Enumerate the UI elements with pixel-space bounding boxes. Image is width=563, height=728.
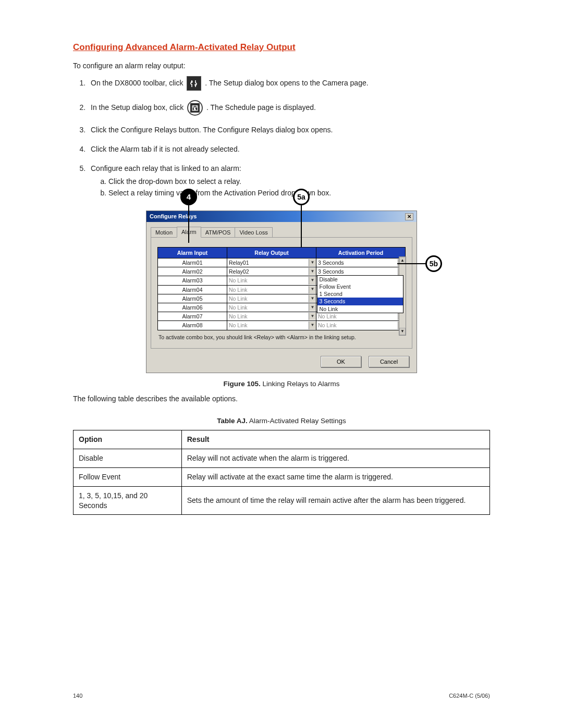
col-alarm-input: Alarm Input <box>158 247 227 258</box>
res-cell: Relay will not activate when the alarm i… <box>181 449 489 467</box>
activation-period-value: No Link <box>316 313 398 320</box>
figure-105: 4 5a 5b Configure Relays ✕ Motion Alarm … <box>146 211 417 373</box>
dropdown-option[interactable]: No Link <box>317 305 403 313</box>
alarm-input-cell: Alarm04 <box>158 285 227 294</box>
relay-output-combo[interactable]: No Link▼ <box>227 304 316 311</box>
alarm-input-cell: Alarm07 <box>158 312 227 321</box>
alarm-input-cell: Alarm08 <box>158 321 227 330</box>
steps-list: On the DX8000 toolbar, click . The Setup… <box>73 76 490 198</box>
activation-period-combo[interactable]: No Link▼ <box>316 313 405 320</box>
figure-caption: Figure 105. Linking Relays to Alarms <box>73 379 490 389</box>
opt-cell: 1, 3, 5, 10,15, and 20 Seconds <box>74 486 182 515</box>
activation-period-value: 3 Seconds <box>316 259 398 266</box>
options-table: Option Result Disable Relay will not act… <box>73 430 490 515</box>
table-row: Alarm01Relay01▼3 Seconds▼ <box>158 258 406 267</box>
close-icon[interactable]: ✕ <box>405 213 413 220</box>
relay-output-combo[interactable]: Relay02▼ <box>227 268 316 275</box>
page-heading: Configuring Advanced Alarm-Activated Rel… <box>73 42 490 54</box>
step-2-text-b: . The Schedule page is displayed. <box>206 103 316 112</box>
leader-4 <box>188 205 189 243</box>
relay-output-combo[interactable]: No Link▼ <box>227 286 316 293</box>
dropdown-option[interactable]: Disable <box>317 276 403 283</box>
alarm-input-cell: Alarm03 <box>158 276 227 285</box>
alarm-input-cell: Alarm02 <box>158 267 227 276</box>
relay-output-combo[interactable]: Relay01▼ <box>227 259 316 266</box>
leader-5b <box>397 263 426 264</box>
svg-point-1 <box>195 84 196 85</box>
activation-period-combo[interactable]: 3 Seconds▼ <box>316 259 405 266</box>
alarm-input-cell: Alarm05 <box>158 294 227 303</box>
callout-4: 4 <box>180 189 197 205</box>
dialog-hint: To activate combo box, you should link <… <box>157 330 406 342</box>
ok-button[interactable]: OK <box>321 356 361 367</box>
relay-output-combo[interactable]: No Link▼ <box>227 295 316 302</box>
opt-cell: Disable <box>74 449 182 467</box>
chevron-down-icon[interactable]: ▼ <box>309 277 316 284</box>
tab-videoloss[interactable]: Video Loss <box>235 227 272 238</box>
activation-period-value: No Link <box>316 322 398 329</box>
svg-point-0 <box>191 81 192 82</box>
dropdown-option[interactable]: 3 Seconds <box>317 298 403 305</box>
chevron-down-icon[interactable]: ▼ <box>309 259 316 266</box>
setup-icon <box>187 76 201 91</box>
step-1-text-a: On the DX8000 toolbar, click <box>91 79 183 87</box>
chevron-down-icon[interactable]: ▼ <box>309 295 316 302</box>
alarm-input-cell: Alarm01 <box>158 258 227 267</box>
tab-motion[interactable]: Motion <box>151 227 177 238</box>
activation-period-dropdown-list[interactable]: DisableFollow Event1 Second3 SecondsNo L… <box>317 275 404 313</box>
table-row: 1, 3, 5, 10,15, and 20 Seconds Sets the … <box>74 486 490 515</box>
relay-output-value: No Link <box>227 277 309 284</box>
res-cell: Sets the amount of time the relay will r… <box>181 486 489 515</box>
activation-period-combo[interactable]: No Link▼ <box>316 322 405 329</box>
activation-period-value: 3 Seconds <box>316 268 398 275</box>
svg-text:1: 1 <box>194 107 196 110</box>
callout-5a: 5a <box>293 189 310 205</box>
step-5-sublist: Click the drop-down box to select a rela… <box>91 177 490 199</box>
table-row: Disable Relay will not activate when the… <box>74 449 490 467</box>
relay-output-value: No Link <box>227 313 309 320</box>
dropdown-option[interactable]: Follow Event <box>317 283 403 290</box>
col-relay-output: Relay Output <box>227 247 316 258</box>
relay-output-value: Relay01 <box>227 259 309 266</box>
schedule-icon: 1 <box>187 100 203 116</box>
dialog-title: Configure Relays <box>150 213 197 220</box>
step-3: Click the Configure Relays button. The C… <box>88 125 490 135</box>
step-5a: Click the drop-down box to select a rela… <box>108 177 490 187</box>
table-label: Table AJ. <box>217 417 248 425</box>
page-number: 140 <box>73 692 82 700</box>
tab-atmpos[interactable]: ATM/POS <box>201 227 236 238</box>
activation-period-combo[interactable]: 3 Seconds▼ <box>316 268 405 275</box>
opt-cell: Follow Event <box>74 467 182 486</box>
relay-output-combo[interactable]: No Link▼ <box>227 322 316 329</box>
table-row: Follow Event Relay will activate at the … <box>74 467 490 486</box>
leader-5a <box>301 205 302 247</box>
step-5-text: Configure each relay that is linked to a… <box>91 164 241 172</box>
step-2: In the Setup dialog box, click 1 . The S… <box>88 100 490 116</box>
dialog-titlebar[interactable]: Configure Relays ✕ <box>146 211 417 222</box>
chevron-down-icon[interactable]: ▼ <box>309 322 316 329</box>
relay-output-combo[interactable]: No Link▼ <box>227 313 316 320</box>
col-activation-period: Activation Period <box>316 247 406 258</box>
relay-output-value: No Link <box>227 295 309 302</box>
chevron-down-icon[interactable]: ▼ <box>309 268 316 275</box>
chevron-down-icon[interactable]: ▼ <box>309 286 316 293</box>
chevron-down-icon[interactable]: ▼ <box>309 304 316 311</box>
res-cell: Relay will activate at the exact same ti… <box>181 467 489 486</box>
dropdown-option[interactable]: 1 Second <box>317 290 403 298</box>
table-caption: Table AJ. Alarm-Activated Relay Settings <box>73 416 490 426</box>
chevron-down-icon[interactable]: ▼ <box>309 313 316 320</box>
relay-output-value: No Link <box>227 304 309 311</box>
opts-head-option: Option <box>74 430 182 449</box>
table-row: Alarm08No Link▼No Link▼ <box>158 321 406 330</box>
cancel-button[interactable]: Cancel <box>369 356 409 367</box>
relay-output-value: Relay02 <box>227 268 309 275</box>
step-1-text-b: . The Setup dialog box opens to the Came… <box>205 79 368 87</box>
figure-text: Linking Relays to Alarms <box>261 380 340 388</box>
scroll-down-icon[interactable]: ▼ <box>399 328 406 335</box>
relay-output-combo[interactable]: No Link▼ <box>227 277 316 284</box>
step-5: Configure each relay that is linked to a… <box>88 164 490 199</box>
tab-panel-alarm: Alarm Input Relay Output Activation Peri… <box>151 237 412 349</box>
configure-relays-dialog: Configure Relays ✕ Motion Alarm ATM/POS … <box>146 211 417 373</box>
doc-id: C624M-C (5/06) <box>449 692 490 700</box>
table-caption-text: Alarm-Activated Relay Settings <box>248 417 346 425</box>
